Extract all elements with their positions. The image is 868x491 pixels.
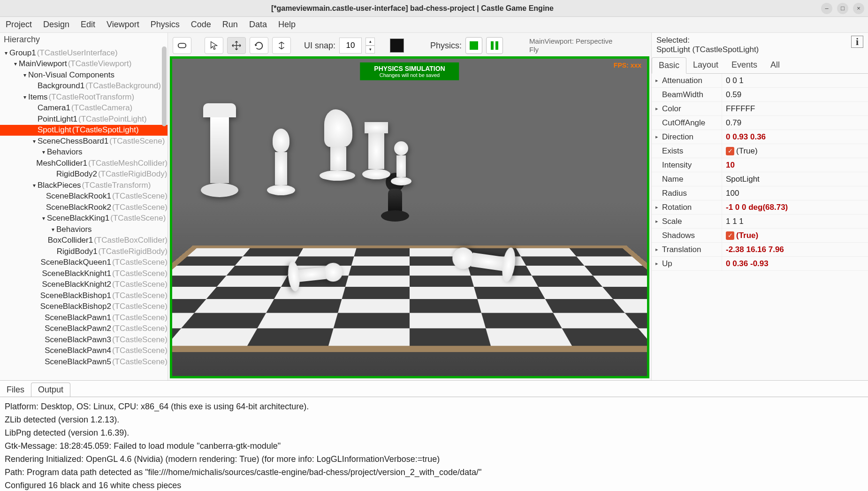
menu-edit[interactable]: Edit [81,20,95,30]
tree-item-meshcollider1[interactable]: MeshCollider1 (TCastleMeshCollider) [0,158,168,169]
white-rook-piece [362,122,390,183]
tree-item-sceneblackrook1[interactable]: SceneBlackRook1 (TCastleScene) [0,191,168,202]
maximize-button[interactable]: □ [837,3,848,14]
scrollbar-thumb[interactable] [162,46,167,126]
stop-icon [470,41,478,50]
rotate-tool-button[interactable] [250,37,268,54]
tree-item-non-visual components[interactable]: ▾Non-Visual Components [0,69,168,81]
physics-pause-button[interactable] [486,37,503,54]
fps-counter: FPS: xxx [614,61,641,69]
tree-item-sceneblackbishop2[interactable]: SceneBlackBishop2 (TCastleScene) [0,301,168,313]
hierarchy-label: Hierarchy [0,33,168,46]
ui-snap-spinner[interactable]: ▴▾ [365,38,375,54]
log-line: Configured 16 black and 16 white chess p… [5,479,863,491]
tree-item-behaviors[interactable]: ▾Behaviors [0,147,168,158]
tree-item-sceneblackpawn5[interactable]: SceneBlackPawn5 (TCastleScene) [0,356,168,368]
log-line: ZLib detected (version 1.2.13). [5,413,863,426]
inspector-tab-events[interactable]: Events [725,57,764,73]
inspector-tabs: BasicLayoutEventsAll [652,57,868,74]
menu-help[interactable]: Help [278,20,296,30]
tree-item-background1[interactable]: Background1 (TCastleBackground) [0,81,168,92]
tree-item-mainviewport[interactable]: ▾MainViewport (TCastleViewport) [0,59,168,70]
prop-intensity[interactable]: Intensity10 [652,158,868,172]
physics-stop-button[interactable] [465,37,482,54]
log-line: Gtk-Message: 18:28:45.059: Failed to loa… [5,439,863,453]
log-line: Path: Program data path detected as "fil… [5,466,863,479]
viewport-toolbar: UI snap: ▴▾ Physics: MainViewport: Persp… [170,35,649,56]
tree-item-sceneblackking1[interactable]: ▾SceneBlackKing1 (TCastleScene) [0,213,168,224]
output-log[interactable]: Platform: Desktop, OS: Linux, CPU: x86_6… [0,397,868,491]
tree-item-behaviors[interactable]: ▾Behaviors [0,224,168,235]
titlebar: [*gameviewmain.castle-user-interface] ba… [0,0,868,17]
move-icon [231,40,242,51]
close-button[interactable]: × [853,3,864,14]
window-title: [*gameviewmain.castle-user-interface] ba… [4,4,821,13]
prop-direction[interactable]: ▸Direction0 0.93 0.36 [652,130,868,144]
selection-rect-button[interactable] [173,37,191,54]
tree-item-sceneblackpawn4[interactable]: SceneBlackPawn4 (TCastleScene) [0,345,168,357]
tree-item-sceneblackbishop1[interactable]: SceneBlackBishop1 (TCastleScene) [0,290,168,301]
info-button[interactable]: i [851,36,863,48]
tree-item-sceneblackpawn2[interactable]: SceneBlackPawn2 (TCastleScene) [0,323,168,335]
tree-item-sceneblackpawn3[interactable]: SceneBlackPawn3 (TCastleScene) [0,334,168,345]
hierarchy-panel: Hierarchy ▾Group1 (TCastleUserInterface)… [0,33,168,380]
navigation-info: MainViewport: Perspective Fly [529,37,612,54]
tree-item-sceneblackknight1[interactable]: SceneBlackKnight1 (TCastleScene) [0,268,168,279]
simulation-banner: PHYSICS SIMULATION Changes will not be s… [360,62,459,80]
prop-beamwidth[interactable]: BeamWidth0.59 [652,88,868,102]
tree-item-rigidbody2[interactable]: RigidBody2 (TCastleRigidBody) [0,169,168,180]
select-tool-button[interactable] [205,37,223,54]
move-tool-button[interactable] [227,37,246,54]
white-knight-piece [320,109,357,184]
prop-radius[interactable]: Radius100 [652,186,868,200]
minimize-button[interactable]: – [821,3,832,14]
prop-shadows[interactable]: Shadows✓(True) [652,229,868,243]
prop-attenuation[interactable]: ▸Attenuation0 0 1 [652,74,868,88]
tree-item-sceneblackqueen1[interactable]: SceneBlackQueen1 (TCastleScene) [0,257,168,269]
ui-snap-input[interactable] [339,38,362,54]
color-chip[interactable] [390,38,404,53]
inspector-tab-layout[interactable]: Layout [686,57,725,73]
svg-rect-0 [178,43,186,47]
tree-item-items[interactable]: ▾Items (TCastleRootTransform) [0,92,168,103]
white-pawn-piece [391,141,411,188]
inspector-tab-basic[interactable]: Basic [652,57,686,74]
prop-color[interactable]: ▸ColorFFFFFF [652,102,868,116]
menu-physics[interactable]: Physics [151,20,180,30]
viewport-3d[interactable]: PHYSICS SIMULATION Changes will not be s… [170,56,649,378]
prop-up[interactable]: ▸Up0 0.36 -0.93 [652,257,868,271]
scale-tool-button[interactable] [272,37,291,54]
prop-exists[interactable]: Exists✓(True) [652,144,868,158]
tree-item-group1[interactable]: ▾Group1 (TCastleUserInterface) [0,47,168,59]
prop-rotation[interactable]: ▸Rotation-1 0 0 deg(68.73) [652,200,868,215]
menubar: ProjectDesignEditViewportPhysicsCodeRunD… [0,17,868,33]
bottom-tabs: FilesOutput [0,381,868,397]
tree-item-scenechessboard1[interactable]: ▾SceneChessBoard1 (TCastleScene) [0,136,168,147]
tree-item-boxcollider1[interactable]: BoxCollider1 (TCastleBoxCollider) [0,235,168,246]
tree-item-spotlight[interactable]: SpotLight (TCastleSpotLight) [0,125,168,136]
bottom-tab-files[interactable]: Files [0,383,31,397]
prop-scale[interactable]: ▸Scale1 1 1 [652,215,868,229]
tree-item-rigidbody1[interactable]: RigidBody1 (TCastleRigidBody) [0,246,168,257]
prop-cutoffangle[interactable]: CutOffAngle0.79 [652,116,868,130]
rotate-icon [254,40,264,51]
prop-name[interactable]: NameSpotLight [652,172,868,186]
menu-viewport[interactable]: Viewport [107,20,139,30]
menu-code[interactable]: Code [191,20,211,30]
tree-item-sceneblackknight2[interactable]: SceneBlackKnight2 (TCastleScene) [0,279,168,291]
menu-run[interactable]: Run [222,20,238,30]
tree-item-sceneblackrook2[interactable]: SceneBlackRook2 (TCastleScene) [0,202,168,213]
hierarchy-tree[interactable]: ▾Group1 (TCastleUserInterface)▾MainViewp… [0,46,168,368]
menu-design[interactable]: Design [43,20,69,30]
inspector-tab-all[interactable]: All [764,57,786,73]
ui-snap-label: UI snap: [304,41,335,51]
tree-item-sceneblackpawn1[interactable]: SceneBlackPawn1 (TCastleScene) [0,312,168,323]
prop-translation[interactable]: ▸Translation-2.38 16.16 7.96 [652,243,868,257]
tree-item-pointlight1[interactable]: PointLight1 (TCastlePointLight) [0,114,168,125]
tree-item-camera1[interactable]: Camera1 (TCastleCamera) [0,103,168,114]
cursor-icon [209,40,219,51]
tree-item-blackpieces[interactable]: ▾BlackPieces (TCastleTransform) [0,180,168,191]
bottom-tab-output[interactable]: Output [31,383,70,397]
menu-data[interactable]: Data [249,20,267,30]
menu-project[interactable]: Project [6,20,32,30]
